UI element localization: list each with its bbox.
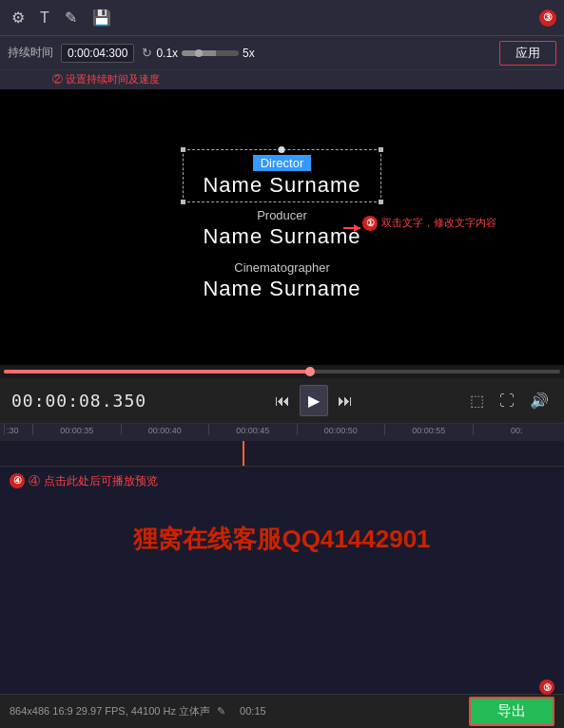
- timeline-mark-40: 00:00:40: [121, 424, 209, 435]
- preview-content: Director Name Surname ① 双击文字，修改文字内容 Prod…: [54, 149, 511, 305]
- cinematographer-role-label: Cinematographer: [54, 260, 511, 275]
- badge-1: ①: [362, 216, 378, 231]
- playback-bar: 00:00:08.350 ⏮ ▶ ⏭ ⬚ ⛶ 🔊: [0, 378, 564, 424]
- timecode-main: 00:00:: [11, 391, 79, 411]
- timeline-mark-45: 00:00:45: [208, 424, 297, 435]
- hint-4-area: ④ ④ 点击此处后可播放预览: [0, 467, 564, 491]
- timeline-mark-end: 00:: [473, 424, 561, 435]
- annotation-badge-3: ③: [539, 10, 556, 27]
- timeline-ruler: :30 00:00:35 00:00:40 00:00:45 00:00:50 …: [0, 424, 564, 441]
- timeline-mark-50: 00:00:50: [297, 424, 385, 435]
- volume-button[interactable]: 🔊: [526, 388, 553, 413]
- annotation-1: ① 双击文字，修改文字内容: [362, 216, 496, 231]
- footer-timecode: 00:15: [240, 705, 266, 717]
- watermark-section: 狸窝在线客服QQ41442901: [0, 491, 564, 586]
- apply-button[interactable]: 应用: [499, 41, 556, 66]
- play-button[interactable]: ▶: [300, 385, 328, 416]
- progress-thumb[interactable]: [305, 367, 315, 376]
- export-button[interactable]: 导出: [469, 697, 554, 726]
- duration-value[interactable]: 0:00:04:300: [61, 44, 134, 63]
- preview-area: Director Name Surname ① 双击文字，修改文字内容 Prod…: [0, 89, 564, 365]
- director-name: Name Surname: [203, 173, 360, 197]
- speed-control: ↻ 0.1x 5x: [142, 46, 254, 60]
- text-tool-icon[interactable]: T: [36, 8, 53, 29]
- timeline-area[interactable]: :30 00:00:35 00:00:40 00:00:45 00:00:50 …: [0, 424, 564, 467]
- fullscreen-button[interactable]: ⛶: [496, 389, 518, 413]
- producer-name: Name Surname: [203, 224, 360, 248]
- toolbar: ⚙ T ✎ 💾 ③: [0, 0, 564, 36]
- timeline-mark-55: 00:00:55: [384, 424, 473, 435]
- timeline-mark-start: :30: [4, 424, 32, 435]
- speed-value: 0.1x: [156, 47, 178, 60]
- prev-button[interactable]: ⏮: [267, 387, 298, 415]
- timecode-display: 00:00:08.350: [11, 391, 146, 411]
- progress-track[interactable]: [4, 370, 560, 374]
- progress-fill: [4, 370, 310, 374]
- hint-1-text: 双击文字，修改文字内容: [381, 217, 496, 228]
- duration-label: 持续时间: [8, 45, 53, 61]
- cinematographer-block[interactable]: Cinematographer Name Surname: [54, 260, 511, 301]
- speed-multiplier: 5x: [243, 47, 255, 60]
- save-icon[interactable]: 💾: [88, 7, 115, 29]
- resolution-info: 864x486 16:9 29.97 FPS, 44100 Hz 立体声: [10, 705, 210, 717]
- bottom-bar: 864x486 16:9 29.97 FPS, 44100 Hz 立体声 ✎ 0…: [0, 694, 564, 728]
- bottom-info: 864x486 16:9 29.97 FPS, 44100 Hz 立体声 ✎ 0…: [10, 704, 469, 718]
- export-area: ⑤ 导出: [469, 697, 554, 726]
- hint-4-text: ④ 点击此处后可播放预览: [29, 474, 157, 488]
- speed-slider[interactable]: [182, 50, 239, 56]
- timecode-frames: 08.350: [79, 391, 146, 411]
- watermark-text: 狸窝在线客服QQ41442901: [133, 523, 430, 556]
- progress-bar-container[interactable]: [0, 365, 564, 378]
- next-button[interactable]: ⏭: [330, 387, 360, 415]
- director-role-label: Director: [253, 155, 312, 171]
- timeline-mark-35: 00:00:35: [32, 424, 121, 435]
- export-frame-button[interactable]: ⬚: [466, 388, 488, 413]
- hint-2-bar: ② 设置持续时间及速度: [0, 70, 564, 89]
- badge-4: ④: [10, 473, 25, 489]
- controls-bar: 持续时间 0:00:04:300 ↻ 0.1x 5x 应用: [0, 36, 564, 70]
- speed-icon: ↻: [142, 46, 152, 60]
- right-controls: ⬚ ⛶ 🔊: [466, 388, 553, 413]
- play-controls: ⏮ ▶ ⏭: [162, 385, 466, 416]
- hint-2-text: ② 设置持续时间及速度: [52, 72, 160, 86]
- pen-tool-icon[interactable]: ✎: [61, 7, 81, 29]
- director-block[interactable]: Director Name Surname: [183, 149, 380, 202]
- annotation-5-badge: ⑤: [539, 680, 554, 695]
- cinematographer-name: Name Surname: [203, 277, 360, 300]
- playhead: [243, 441, 244, 467]
- timeline-track[interactable]: [0, 441, 564, 467]
- edit-settings-icon[interactable]: ✎: [217, 705, 225, 717]
- gear-icon[interactable]: ⚙: [8, 7, 29, 29]
- badge-5: ⑤: [539, 680, 554, 695]
